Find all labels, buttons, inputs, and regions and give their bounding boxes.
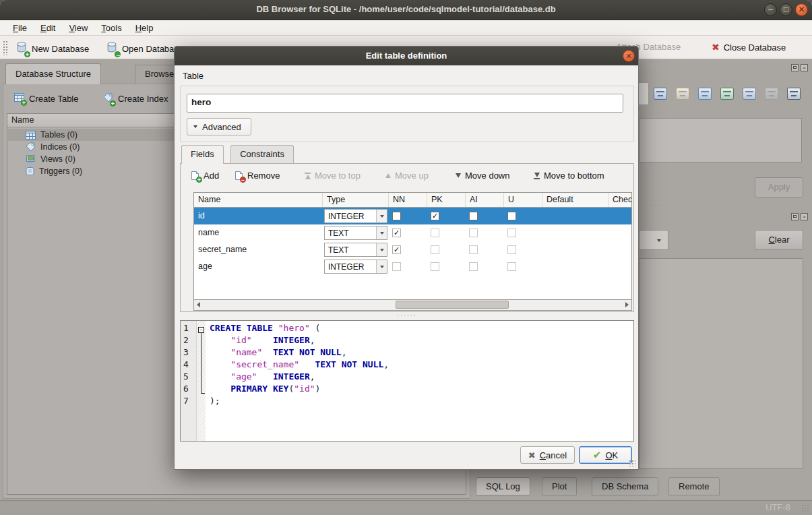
text-mode-icon[interactable] <box>654 88 667 100</box>
clear-button[interactable]: Clear <box>755 230 803 250</box>
move-to-bottom-button[interactable]: Move to bottom <box>530 169 608 183</box>
column-header-name[interactable]: Name <box>194 193 323 207</box>
field-name[interactable]: id <box>194 208 323 224</box>
field-name[interactable]: age <box>194 258 323 275</box>
column-header-nn[interactable]: NN <box>389 193 427 207</box>
resize-grip[interactable] <box>801 504 809 512</box>
menu-help[interactable]: Help <box>129 22 160 34</box>
dock-close-icon[interactable]: × <box>801 213 808 220</box>
advanced-button[interactable]: Advanced <box>187 118 251 135</box>
fold-collapse-icon[interactable]: – <box>198 327 204 333</box>
checkbox-pk[interactable] <box>431 262 439 271</box>
dialog-tab-constraints[interactable]: Constraints <box>230 145 294 163</box>
dock-float-icon[interactable] <box>791 213 799 220</box>
scrollbar-thumb[interactable] <box>396 301 509 309</box>
checkbox-nn[interactable] <box>392 262 401 271</box>
new-database-button[interactable]: + New Database <box>12 39 93 58</box>
sql-log-view[interactable] <box>639 258 803 468</box>
field-check[interactable] <box>608 241 632 258</box>
edit-cell-textarea[interactable] <box>639 118 802 162</box>
create-index-button[interactable]: + Create Index <box>98 90 173 107</box>
field-type-select[interactable]: INTEGER <box>324 209 387 223</box>
dialog-title-bar[interactable]: Edit table definition <box>175 47 638 65</box>
add-button[interactable]: +Add <box>187 169 223 183</box>
close-database-button[interactable]: ✖ Close Database <box>708 39 790 55</box>
checkbox-pk[interactable] <box>431 229 439 237</box>
checkbox-nn[interactable] <box>392 212 401 220</box>
field-name[interactable]: secret_name <box>194 241 323 258</box>
checkbox-u[interactable] <box>507 262 516 271</box>
tab-database-structure[interactable]: Database Structure <box>5 63 101 84</box>
remove-button[interactable]: –Remove <box>230 169 284 183</box>
field-row-name[interactable]: nameTEXT✓ <box>194 224 632 241</box>
field-check[interactable] <box>608 208 632 224</box>
menu-view[interactable]: View <box>63 22 94 34</box>
tab-db-schema[interactable]: DB Schema <box>592 477 658 495</box>
sql-log-filter-combobox[interactable] <box>639 230 668 250</box>
print-icon[interactable] <box>787 88 801 100</box>
field-default[interactable] <box>542 241 608 258</box>
field-check[interactable] <box>608 258 632 275</box>
field-default[interactable] <box>542 258 608 275</box>
field-check[interactable] <box>608 224 632 241</box>
create-table-button[interactable]: + Create Table <box>9 90 83 107</box>
close-icon[interactable]: ✕ <box>795 3 808 16</box>
checkbox-u[interactable] <box>507 229 516 237</box>
column-header-ai[interactable]: AI <box>466 193 504 207</box>
column-header-u[interactable]: U <box>504 193 542 207</box>
checkbox-ai[interactable] <box>469 262 478 271</box>
field-type-select[interactable]: TEXT <box>324 226 387 240</box>
column-header-pk[interactable]: PK <box>427 193 466 207</box>
checkbox-ai[interactable] <box>469 212 478 220</box>
null-icon[interactable] <box>765 88 778 100</box>
open-file-icon[interactable] <box>676 88 689 100</box>
column-header-check[interactable]: Check <box>608 193 632 207</box>
field-row-id[interactable]: idINTEGER✓ <box>194 208 632 224</box>
field-default[interactable] <box>542 224 608 241</box>
column-header-default[interactable]: Default <box>542 193 608 207</box>
menu-file[interactable]: File <box>7 22 33 34</box>
field-row-secret_name[interactable]: secret_nameTEXT✓ <box>194 241 632 258</box>
field-row-age[interactable]: ageINTEGER <box>194 258 632 275</box>
checkbox-nn[interactable]: ✓ <box>392 229 401 237</box>
minimize-icon[interactable]: – <box>764 3 777 16</box>
tab-plot[interactable]: Plot <box>542 477 577 495</box>
ok-button[interactable]: ✔ OK <box>579 446 632 464</box>
dialog-tab-fields[interactable]: Fields <box>181 145 224 164</box>
column-header-type[interactable]: Type <box>323 193 389 207</box>
menu-edit[interactable]: Edit <box>34 22 61 34</box>
encoding-indicator[interactable]: UTF-8 <box>766 502 790 512</box>
sql-preview[interactable]: – 1CREATE TABLE "hero" (2 "id" INTEGER,3… <box>180 320 634 442</box>
save-file-icon[interactable] <box>698 88 712 100</box>
checkbox-u[interactable] <box>507 212 516 220</box>
checkbox-u[interactable] <box>507 245 516 254</box>
export-icon[interactable] <box>720 88 734 100</box>
dialog-splitter[interactable]: ······ <box>397 312 417 319</box>
checkbox-ai[interactable] <box>469 245 478 254</box>
dock-float-icon[interactable] <box>791 64 799 71</box>
dialog-resize-grip[interactable] <box>629 460 635 466</box>
tab-sql-log[interactable]: SQL Log <box>476 477 530 495</box>
scroll-left-icon[interactable] <box>197 302 200 307</box>
menu-tools[interactable]: Tools <box>95 22 127 34</box>
move-down-button[interactable]: Move down <box>451 169 513 183</box>
scroll-right-icon[interactable] <box>625 302 629 307</box>
horizontal-scrollbar[interactable] <box>193 300 632 311</box>
checkbox-pk[interactable] <box>431 245 439 254</box>
tab-remote[interactable]: Remote <box>668 477 720 495</box>
toolbar-grip[interactable] <box>3 40 7 55</box>
checkbox-pk[interactable]: ✓ <box>431 212 439 220</box>
dialog-close-icon[interactable]: ✕ <box>623 50 635 62</box>
field-name[interactable]: name <box>194 224 323 241</box>
field-default[interactable] <box>542 208 608 224</box>
dock-close-icon[interactable]: × <box>801 64 808 71</box>
maximize-icon[interactable]: □ <box>780 3 792 16</box>
checkbox-ai[interactable] <box>469 229 478 237</box>
cancel-button[interactable]: ✖ Cancel <box>520 446 575 464</box>
field-type-select[interactable]: TEXT <box>324 243 387 257</box>
table-name-input[interactable]: hero <box>187 94 623 113</box>
checkbox-nn[interactable]: ✓ <box>392 245 401 254</box>
field-type-select[interactable]: INTEGER <box>324 260 387 274</box>
dock-splitter[interactable]: ········ <box>637 202 664 209</box>
link-icon[interactable] <box>743 88 756 100</box>
